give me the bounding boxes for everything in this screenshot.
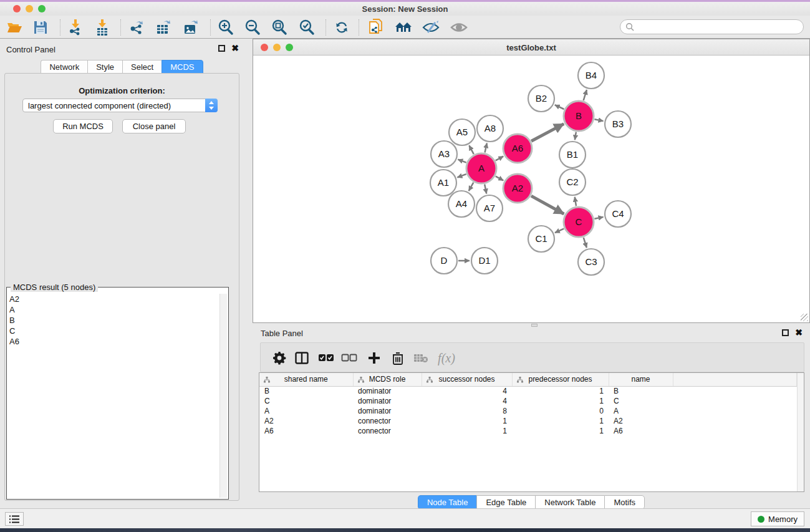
mcds-result-item[interactable]: A2	[8, 294, 218, 304]
copy-network-button[interactable]	[367, 18, 385, 37]
table-cell[interactable]: 4	[422, 386, 512, 396]
zoom-selected-button[interactable]	[297, 18, 316, 37]
table-row[interactable]: Bdominator41B	[259, 386, 797, 396]
tab-node-table[interactable]: Node Table	[418, 495, 477, 510]
node-table[interactable]: shared nameMCDS rolesuccessor nodesprede…	[259, 372, 804, 492]
node-D[interactable]: D	[431, 248, 457, 274]
node-B1[interactable]: B1	[559, 142, 586, 168]
zoom-in-button[interactable]	[216, 18, 235, 37]
node-A2[interactable]: A2	[503, 174, 532, 203]
export-table-button[interactable]	[154, 18, 173, 37]
table-cell[interactable]: connector	[353, 416, 422, 426]
table-cell[interactable]: dominator	[353, 386, 422, 396]
table-cell[interactable]: connector	[353, 426, 422, 436]
window-resize-grip[interactable]	[801, 314, 808, 321]
delete-table-button[interactable]	[412, 349, 430, 367]
tab-motifs[interactable]: Motifs	[604, 495, 645, 510]
edge-A-A5[interactable]	[469, 145, 473, 154]
edge-B-B3[interactable]	[594, 119, 603, 121]
edge-A-A7[interactable]	[485, 184, 486, 193]
node-A8[interactable]: A8	[477, 115, 503, 142]
memory-button[interactable]: Memory	[751, 511, 804, 526]
table-row[interactable]: A6connector11A6	[259, 426, 797, 436]
table-row[interactable]: A2connector11A2	[259, 416, 797, 426]
zoom-out-button[interactable]	[243, 18, 262, 37]
node-A3[interactable]: A3	[431, 141, 457, 167]
tab-edge-table[interactable]: Edge Table	[476, 495, 535, 510]
mcds-result-list[interactable]: A2ABCA6	[8, 294, 218, 498]
edge-A-A1[interactable]	[457, 174, 466, 177]
node-A4[interactable]: A4	[448, 191, 475, 217]
table-scrollbar[interactable]	[797, 373, 804, 491]
mcds-result-item[interactable]: A	[8, 304, 218, 315]
table-cell[interactable]: A	[609, 406, 673, 416]
edge-B-B4[interactable]	[584, 90, 587, 100]
table-cell[interactable]: 1	[512, 416, 609, 426]
function-builder-button[interactable]: f(x)	[434, 349, 459, 367]
node-C3[interactable]: C3	[578, 249, 604, 275]
search-field[interactable]	[620, 19, 804, 34]
table-cell[interactable]: 4	[422, 396, 512, 406]
node-C1[interactable]: C1	[528, 226, 554, 252]
edge-C-C4[interactable]	[594, 217, 603, 219]
column-header-name[interactable]: name	[609, 373, 673, 386]
first-neighbors-button[interactable]	[394, 18, 413, 37]
tab-select[interactable]: Select	[122, 60, 162, 74]
criterion-dropdown[interactable]: largest connected component (directed)	[22, 99, 218, 112]
apply-layout-button[interactable]	[332, 18, 351, 37]
edge-A-A8[interactable]	[485, 143, 487, 152]
table-row[interactable]: Adominator80A	[259, 406, 797, 416]
result-scrollbar[interactable]	[219, 294, 227, 498]
column-header-predecessor-nodes[interactable]: predecessor nodes	[512, 373, 609, 386]
edge-A-A2[interactable]	[496, 177, 503, 181]
close-table-panel-icon[interactable]: ✖	[795, 329, 803, 336]
table-cell[interactable]: A6	[259, 426, 353, 436]
edge-B-B2[interactable]	[555, 105, 564, 109]
edge-A-A3[interactable]	[458, 160, 466, 163]
node-A[interactable]: A	[466, 153, 496, 183]
edge-C-C1[interactable]	[555, 229, 564, 233]
node-B4[interactable]: B4	[578, 62, 604, 89]
node-C[interactable]: C	[564, 207, 594, 237]
table-row[interactable]: Cdominator41C	[259, 396, 797, 406]
close-panel-button[interactable]: Close panel	[122, 119, 186, 133]
table-cell[interactable]: 1	[512, 426, 609, 436]
column-chooser-button[interactable]	[292, 349, 311, 367]
horizontal-splitter[interactable]	[253, 323, 810, 327]
table-cell[interactable]: C	[259, 396, 353, 406]
table-cell[interactable]: 1	[422, 426, 512, 436]
edge-B-B1[interactable]	[575, 132, 576, 140]
table-cell[interactable]: A2	[259, 416, 353, 426]
zoom-fit-button[interactable]	[270, 18, 289, 37]
import-network-button[interactable]	[66, 18, 85, 37]
table-cell[interactable]: C	[609, 396, 673, 406]
edge-A6-B[interactable]	[531, 124, 564, 142]
float-panel-icon[interactable]	[218, 45, 225, 52]
search-input[interactable]	[634, 21, 803, 32]
delete-column-button[interactable]	[388, 349, 407, 367]
node-A1[interactable]: A1	[430, 170, 456, 196]
add-column-button[interactable]	[365, 349, 383, 367]
mcds-result-item[interactable]: A6	[8, 336, 218, 347]
table-cell[interactable]: B	[609, 386, 673, 396]
open-session-button[interactable]	[5, 18, 24, 37]
table-cell[interactable]: 1	[512, 386, 609, 396]
mcds-result-item[interactable]: C	[8, 326, 218, 336]
export-image-button[interactable]	[181, 18, 200, 37]
node-A6[interactable]: A6	[503, 134, 532, 163]
table-cell[interactable]: B	[259, 386, 353, 396]
show-all-button[interactable]	[450, 18, 468, 37]
table-cell[interactable]: 1	[422, 416, 512, 426]
table-cell[interactable]: dominator	[353, 396, 422, 406]
splitter-handle[interactable]	[531, 324, 538, 327]
tab-network[interactable]: Network	[41, 60, 87, 74]
node-C4[interactable]: C4	[605, 201, 631, 227]
table-cell[interactable]: A6	[609, 426, 673, 436]
import-table-button[interactable]	[93, 18, 112, 37]
node-B2[interactable]: B2	[528, 85, 554, 112]
network-window-titlebar[interactable]: testGlobe.txt	[253, 39, 809, 56]
network-graph-canvas[interactable]: ABCA6A2A1A3A4A5A7A8B1B2B3B4C1C2C3C4DD1	[254, 56, 806, 320]
table-cell[interactable]: 0	[512, 406, 609, 416]
node-D1[interactable]: D1	[471, 248, 498, 274]
column-header-MCDS-role[interactable]: MCDS role	[353, 373, 422, 386]
